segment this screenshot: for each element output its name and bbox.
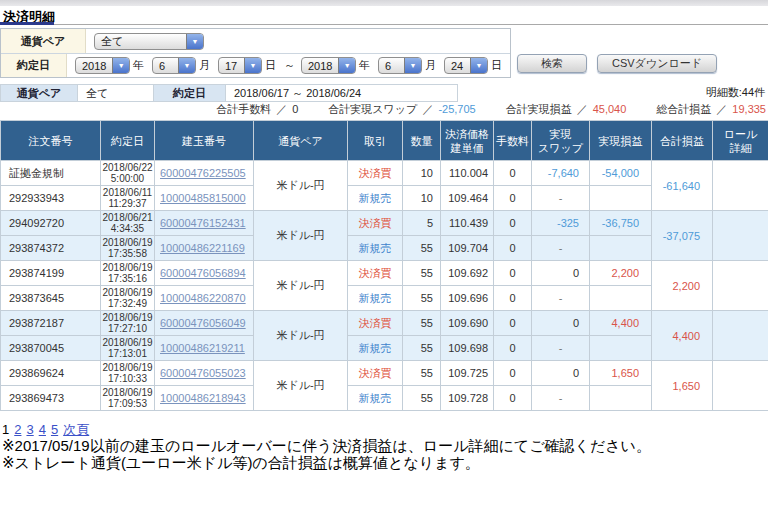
result-date-label: 約定日 bbox=[153, 84, 226, 102]
position-number-link[interactable]: 60000476056894 bbox=[160, 267, 246, 279]
currency-pair-label: 通貨ペア bbox=[1, 29, 86, 53]
price-cell: 109.725 bbox=[441, 361, 494, 386]
total-realized-swap: 合計実現スワップ／-25,705 bbox=[328, 102, 475, 117]
fee-cell: 0 bbox=[494, 286, 532, 311]
from-month-value: 6 bbox=[153, 60, 178, 72]
search-button[interactable]: 検索 bbox=[517, 54, 587, 73]
order-number-cell: 293872187 bbox=[1, 311, 101, 336]
to-day-select[interactable]: 24 ▼ bbox=[444, 57, 488, 74]
position-number-link[interactable]: 60000476152431 bbox=[160, 217, 246, 229]
order-number-cell: 293870045 bbox=[1, 336, 101, 361]
order-number-cell: 293873645 bbox=[1, 286, 101, 311]
footnote-roll-detail: ※2017/05/19以前の建玉のロールオーバーに伴う決済損益は、ロール詳細にて… bbox=[2, 437, 651, 454]
page-link[interactable]: 2 bbox=[14, 422, 21, 437]
realized-pl-cell bbox=[590, 186, 652, 211]
footnote-straight-currency: ※ストレート通貨(ユーロー米ドル等)の合計損益は概算値となります。 bbox=[2, 454, 651, 471]
col-header-transaction: 取引 bbox=[348, 121, 403, 161]
position-number-link[interactable]: 10000485815000 bbox=[160, 192, 246, 204]
fee-cell: 0 bbox=[494, 211, 532, 236]
to-month-select[interactable]: 6 ▼ bbox=[378, 57, 422, 74]
position-number-link[interactable]: 10000486221169 bbox=[160, 242, 245, 254]
position-number-link[interactable]: 60000476056049 bbox=[160, 317, 246, 329]
realized-swap-cell: - bbox=[532, 336, 590, 361]
currency-pair-selected-value: 全て bbox=[95, 34, 186, 49]
realized-pl-cell bbox=[590, 386, 652, 411]
price-cell: 109.690 bbox=[441, 311, 494, 336]
result-condition-bar: 通貨ペア 全て 約定日 2018/06/17 ～ 2018/06/24 bbox=[0, 84, 458, 102]
to-year-select[interactable]: 2018 ▼ bbox=[301, 57, 356, 74]
position-number-link[interactable]: 10000486219211 bbox=[160, 342, 245, 354]
from-day-select[interactable]: 17 ▼ bbox=[218, 57, 262, 74]
position-number-link[interactable]: 60000476055023 bbox=[160, 367, 246, 379]
page-link[interactable]: 3 bbox=[26, 422, 33, 437]
order-number-cell: 294092720 bbox=[1, 211, 101, 236]
quantity-cell: 55 bbox=[403, 361, 441, 386]
col-header-settlement-price: 決済価格建単価 bbox=[441, 121, 494, 161]
table-row: 293874199 2018/06/1917:35:16 60000476056… bbox=[1, 261, 768, 286]
table-row: 294092720 2018/06/214:34:35 600004761524… bbox=[1, 211, 768, 236]
top-toolbar-strip bbox=[0, 0, 768, 6]
transaction-cell: 決済買 bbox=[348, 261, 403, 286]
totals-line: 合計手数料／0 合計実現スワップ／-25,705 合計実現損益／45,040 総… bbox=[0, 101, 766, 118]
page-link[interactable]: 4 bbox=[39, 422, 46, 437]
position-number-cell: 10000486218943 bbox=[155, 386, 254, 411]
dropdown-arrow-icon: ▼ bbox=[178, 58, 195, 73]
dropdown-arrow-icon: ▼ bbox=[404, 58, 421, 73]
fee-cell: 0 bbox=[494, 161, 532, 186]
position-number-link[interactable]: 10000486220870 bbox=[160, 292, 246, 304]
position-number-cell: 10000485815000 bbox=[155, 186, 254, 211]
to-month-value: 6 bbox=[379, 60, 404, 72]
position-number-cell: 10000486220870 bbox=[155, 286, 254, 311]
footnotes: ※2017/05/19以前の建玉のロールオーバーに伴う決済損益は、ロール詳細にて… bbox=[2, 437, 651, 471]
date-range-separator: ～ bbox=[284, 58, 295, 73]
dropdown-arrow-icon: ▼ bbox=[186, 34, 203, 49]
day-unit-label: 日 bbox=[491, 58, 502, 73]
order-number-cell: 293874372 bbox=[1, 236, 101, 261]
settlement-table: 注文番号 約定日 建玉番号 通貨ペア 取引 数量 決済価格建単価 手数料 実現ス… bbox=[0, 120, 768, 411]
currency-pair-select[interactable]: 全て ▼ bbox=[94, 33, 204, 50]
fee-cell: 0 bbox=[494, 361, 532, 386]
position-number-link[interactable]: 60000476225505 bbox=[160, 167, 246, 179]
csv-download-button[interactable]: CSVダウンロード bbox=[597, 54, 717, 73]
col-header-realized-pl: 実現損益 bbox=[590, 121, 652, 161]
transaction-cell: 決済買 bbox=[348, 161, 403, 186]
realized-swap-cell: - bbox=[532, 286, 590, 311]
from-month-select[interactable]: 6 ▼ bbox=[152, 57, 196, 74]
fee-cell: 0 bbox=[494, 261, 532, 286]
price-cell: 109.704 bbox=[441, 236, 494, 261]
page-link[interactable]: 5 bbox=[51, 422, 58, 437]
quantity-cell: 10 bbox=[403, 161, 441, 186]
month-unit-label: 月 bbox=[199, 58, 210, 73]
from-year-select[interactable]: 2018 ▼ bbox=[75, 57, 130, 74]
realized-swap-cell: - bbox=[532, 386, 590, 411]
position-number-link[interactable]: 10000486218943 bbox=[160, 392, 246, 404]
quantity-cell: 55 bbox=[403, 386, 441, 411]
fee-cell: 0 bbox=[494, 336, 532, 361]
trade-date-cell: 2018/06/1917:09:53 bbox=[101, 386, 155, 411]
currency-pair-field: 全て ▼ bbox=[86, 29, 510, 53]
trade-date-cell: 2018/06/1917:13:01 bbox=[101, 336, 155, 361]
quantity-cell: 10 bbox=[403, 186, 441, 211]
trade-date-filter-row: 約定日 2018 ▼ 年 6 ▼ 月 17 ▼ 日 ～ 2018 ▼ 年 bbox=[1, 53, 510, 77]
price-cell: 109.692 bbox=[441, 261, 494, 286]
result-currency-label: 通貨ペア bbox=[0, 84, 78, 102]
realized-swap-cell: -7,640 bbox=[532, 161, 590, 186]
from-day-value: 17 bbox=[219, 60, 244, 72]
grand-total-pl: 総合計損益／19,335 bbox=[656, 102, 766, 117]
col-header-realized-swap: 実現スワップ bbox=[532, 121, 590, 161]
currency-pair-cell: 米ドル-円 bbox=[254, 161, 348, 211]
transaction-cell: 新規売 bbox=[348, 336, 403, 361]
trade-date-field: 2018 ▼ 年 6 ▼ 月 17 ▼ 日 ～ 2018 ▼ 年 6 bbox=[67, 54, 510, 77]
to-day-value: 24 bbox=[445, 60, 470, 72]
dropdown-arrow-icon: ▼ bbox=[112, 58, 129, 73]
next-page-link[interactable]: 次頁 bbox=[63, 422, 89, 437]
realized-pl-cell bbox=[590, 236, 652, 261]
transaction-cell: 決済買 bbox=[348, 361, 403, 386]
position-number-cell: 60000476055023 bbox=[155, 361, 254, 386]
price-cell: 109.464 bbox=[441, 186, 494, 211]
realized-pl-cell: -36,750 bbox=[590, 211, 652, 236]
realized-swap-cell: 0 bbox=[532, 361, 590, 386]
quantity-cell: 5 bbox=[403, 211, 441, 236]
order-number-cell: 293869473 bbox=[1, 386, 101, 411]
roll-detail-cell bbox=[713, 311, 768, 361]
